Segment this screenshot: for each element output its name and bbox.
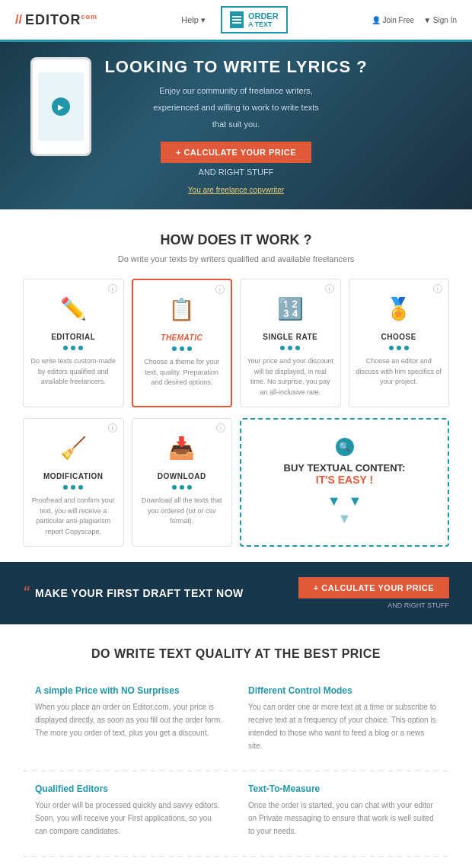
header: // EDITORcom Help ▾ ORDER A TEXT Join Fr… (0, 0, 472, 42)
hero-sub2: experienced and willing to work to write… (104, 101, 367, 115)
card-download: i 📥 DOWNLOAD Download all the texts that… (132, 418, 233, 547)
choose-title: CHOOSE (356, 333, 443, 341)
how-title: HOW DOES IT WORK ? (23, 232, 449, 248)
divider-h-2 (23, 856, 449, 857)
editorial-dots (30, 346, 117, 350)
order-line2: A TEXT (248, 21, 279, 28)
buy-sub: IT'S EASY ! (316, 474, 373, 486)
rate-icon: 🔢 (247, 290, 334, 327)
buy-search-icon: 🔍 (336, 438, 354, 456)
modification-dots (30, 485, 117, 490)
thematic-desc: Choose a theme for your text, quality. P… (139, 357, 225, 388)
card-editorial: i ✏️ EDITORIAL Do write texts custom-mad… (23, 279, 124, 407)
freelance-link[interactable]: You are freelance copywriter (104, 186, 367, 194)
feature-item-5: Find a writer or be refunded After placi… (236, 860, 449, 868)
quote-icon: “ (23, 584, 29, 602)
feature-desc-2: Your order will be processed quickly and… (35, 799, 224, 838)
feature-item-1: Different Control Modes You can order on… (236, 676, 449, 767)
cards-bottom-grid: i 🧹 MODIFICATION Proofread and confirm y… (23, 418, 449, 547)
how-subtitle: Do write your texts by writers qualified… (23, 254, 449, 263)
phone-screen: ▶ (38, 72, 84, 141)
play-button[interactable]: ▶ (52, 97, 70, 116)
how-section: HOW DOES IT WORK ? Do write your texts b… (0, 209, 472, 562)
rate-desc: Your price and your discount will be dis… (247, 356, 334, 397)
info-icon-mod[interactable]: i (108, 423, 117, 432)
download-desc: Download all the texts that you ordered … (139, 496, 226, 527)
features-title: DO WRITE TEXT QUALITY AT THE BEST PRICE (23, 647, 449, 661)
hero-sub3: that suit you. (104, 118, 367, 132)
thematic-dots (139, 346, 225, 351)
arrow-down-1: ▼ (327, 493, 341, 509)
feature-item-2: Qualified Editors Your order will be pro… (23, 774, 236, 853)
hero-sub1: Enjoy our community of freelance writers… (104, 85, 367, 98)
info-icon[interactable]: i (108, 284, 117, 293)
order-icon (230, 11, 244, 28)
order-button[interactable]: ORDER A TEXT (221, 6, 288, 34)
hero-cta: CALCULATE YOUR PRICE AND RIGHT STUFF You… (104, 142, 367, 194)
editorial-title: EDITORIAL (30, 333, 117, 341)
hero-section: ▶ LOOKING TO WRITE LYRICS ? Enjoy our co… (0, 42, 472, 209)
buy-card: 🔍 BUY TEXTUAL CONTENT: IT'S EASY ! ▼ ▼ ▼ (240, 418, 449, 547)
feature-title-1: Different Control Modes (248, 685, 437, 696)
buy-arrows: ▼ ▼ (327, 493, 362, 509)
order-text: ORDER A TEXT (248, 11, 279, 28)
feature-title-3: Text-To-Measure (248, 783, 437, 794)
and-right-text: AND RIGHT STUFF (104, 166, 367, 180)
arrow-down-2: ▼ (349, 493, 362, 509)
help-link[interactable]: Help ▾ (181, 15, 206, 25)
cta-banner: “ MAKE YOUR FIRST DRAFT TEXT NOW CALCULA… (0, 562, 472, 624)
buy-title: BUY TEXTUAL CONTENT: (284, 462, 406, 474)
logo-com: com (81, 13, 98, 21)
order-line1: ORDER (248, 11, 279, 21)
divider-h-1 (23, 771, 449, 771)
arrow-down-3: ▼ (338, 511, 352, 527)
feature-item-4: Anti-Plagiarism Protection Each text is … (23, 860, 236, 868)
download-title: DOWNLOAD (139, 472, 226, 480)
feature-desc-1: You can order one or more text at a time… (248, 700, 437, 752)
choose-icon: 🏅 (356, 290, 443, 327)
feature-desc-0: When you place an order on Editor.com, y… (35, 700, 224, 739)
buy-arrows-2: ▼ (338, 511, 352, 527)
thematic-title: THEMATIC (139, 333, 225, 342)
editorial-icon: ✏️ (30, 290, 117, 327)
features-section: DO WRITE TEXT QUALITY AT THE BEST PRICE … (0, 624, 472, 868)
sign-link[interactable]: Sign In (423, 16, 457, 24)
feature-item-3: Text-To-Measure Once the order is starte… (236, 774, 449, 853)
features-grid: A simple Price with NO Surprises When yo… (23, 676, 449, 868)
cta-right: CALCULATE YOUR PRICE AND RIGHT STUFF (298, 577, 449, 609)
info-icon-thematic[interactable]: i (215, 285, 225, 294)
card-single-rate: i 🔢 SINGLE RATE Your price and your disc… (240, 279, 341, 407)
feature-desc-3: Once the order is started, you can chat … (248, 799, 437, 838)
modification-desc: Proofread and confirm your text, you wil… (30, 496, 117, 537)
cta-left: “ MAKE YOUR FIRST DRAFT TEXT NOW (23, 584, 244, 602)
feature-title-2: Qualified Editors (35, 783, 224, 794)
choose-desc: Choose an editor and discuss with him sp… (356, 356, 443, 388)
rate-title: SINGLE RATE (247, 333, 334, 341)
modification-icon: 🧹 (30, 429, 117, 466)
info-icon-rate[interactable]: i (325, 284, 334, 293)
hero-headline: LOOKING TO WRITE LYRICS ? (104, 57, 367, 77)
choose-dots (356, 346, 443, 350)
card-choose: i 🏅 CHOOSE Choose an editor and discuss … (349, 279, 450, 407)
modification-title: MODIFICATION (30, 472, 117, 480)
cards-top-grid: i ✏️ EDITORIAL Do write texts custom-mad… (23, 279, 449, 407)
cta-text: MAKE YOUR FIRST DRAFT TEXT NOW (35, 587, 244, 599)
header-center: Help ▾ ORDER A TEXT (181, 6, 287, 34)
calculate-price-button[interactable]: CALCULATE YOUR PRICE (161, 142, 311, 163)
info-icon-choose[interactable]: i (433, 284, 442, 293)
cta-calculate-button[interactable]: CALCULATE YOUR PRICE (298, 577, 449, 598)
join-link[interactable]: Join Free (372, 16, 414, 24)
editorial-desc: Do write texts custom-made by editors qu… (30, 356, 117, 388)
header-right: Join Free Sign In (372, 16, 457, 24)
info-icon-dl[interactable]: i (216, 423, 225, 432)
feature-title-0: A simple Price with NO Surprises (35, 685, 224, 696)
download-dots (139, 485, 226, 490)
download-icon: 📥 (139, 429, 226, 466)
logo: // EDITORcom (15, 12, 97, 28)
hero-content: LOOKING TO WRITE LYRICS ? Enjoy our comm… (104, 57, 367, 193)
cta-and-right: AND RIGHT STUFF (387, 602, 449, 609)
thematic-icon: 📋 (139, 291, 225, 327)
logo-slashes: // (15, 13, 22, 27)
rate-dots (247, 346, 334, 350)
feature-item-0: A simple Price with NO Surprises When yo… (23, 676, 236, 767)
